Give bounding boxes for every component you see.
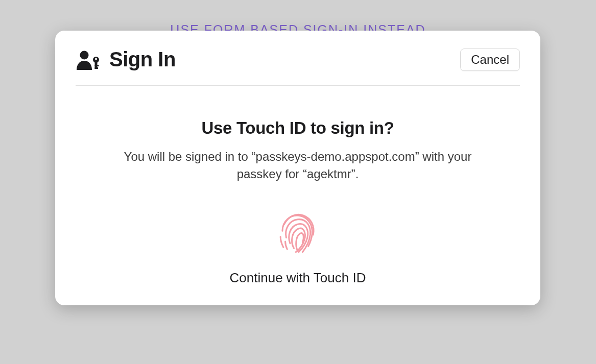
signin-modal: Sign In Cancel Use Touch ID to sign in? …	[55, 31, 540, 305]
svg-point-0	[80, 51, 89, 59]
passkey-icon	[76, 50, 102, 70]
cancel-button[interactable]: Cancel	[460, 48, 520, 71]
fingerprint-icon	[274, 210, 322, 258]
modal-header: Sign In Cancel	[76, 48, 520, 86]
modal-title: Sign In	[109, 48, 176, 71]
continue-touch-id-label: Continue with Touch ID	[230, 270, 366, 286]
prompt-heading: Use Touch ID to sign in?	[201, 118, 394, 138]
prompt-description: You will be signed in to “passkeys-demo.…	[104, 148, 492, 182]
touch-id-section[interactable]: Continue with Touch ID	[230, 210, 366, 286]
svg-rect-5	[95, 67, 99, 69]
svg-rect-4	[95, 65, 99, 66]
svg-point-2	[95, 58, 97, 60]
title-group: Sign In	[76, 48, 176, 71]
modal-body: Use Touch ID to sign in? You will be sig…	[76, 86, 520, 290]
